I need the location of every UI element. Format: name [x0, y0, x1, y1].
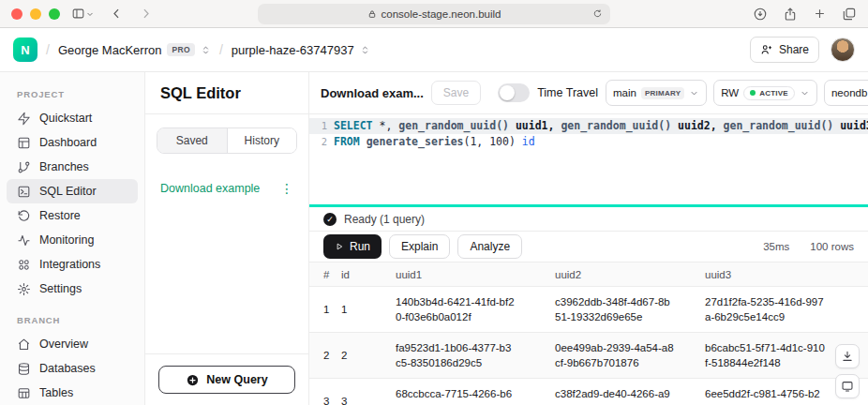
column-header: uuid2	[555, 262, 705, 287]
breadcrumb-user[interactable]: George MacKerron PRO	[58, 43, 211, 57]
expand-results-button[interactable]	[835, 374, 860, 398]
forward-button[interactable]	[139, 7, 153, 21]
avatar[interactable]	[831, 38, 855, 62]
saved-query-item[interactable]: Download example ⋮	[145, 176, 308, 201]
address-bar[interactable]: console-stage.neon.build	[258, 4, 610, 24]
sidebar-item-sql-editor[interactable]: SQL Editor	[7, 179, 138, 203]
zoom-window-button[interactable]	[49, 8, 60, 20]
sidebar-section-branch: BRANCH	[0, 315, 144, 325]
chevron-down-icon	[689, 88, 699, 98]
chevron-down-icon[interactable]	[85, 9, 95, 19]
sidebar-item-label: Restore	[39, 209, 81, 222]
sidebar-item-overview[interactable]: Overview	[7, 332, 138, 356]
sidebar-item-branches[interactable]: Branches	[7, 155, 138, 179]
user-name: George MacKerron	[58, 43, 162, 57]
cell-uuid1: 68ccbcca-7715-4266-b6c5-9f7a14ea6e5e	[396, 379, 555, 405]
table-row: 2 2 fa9523d1-1b06-4377-b3c5-8350186d29c5…	[309, 333, 868, 379]
sidebar-item-label: Branches	[39, 160, 89, 173]
compute-select[interactable]: RW ACTIVE	[713, 80, 817, 106]
kebab-menu-icon[interactable]: ⋮	[280, 182, 293, 195]
table-icon	[17, 386, 31, 400]
table-row: 3 3 68ccbcca-7715-4266-b6c5-9f7a14ea6e5e…	[309, 379, 868, 405]
chevron-down-icon	[800, 88, 810, 98]
run-button[interactable]: Run	[323, 234, 382, 259]
sidebar-item-monitoring[interactable]: Monitoring	[7, 228, 138, 252]
layout-icon	[17, 136, 31, 150]
breadcrumb-separator: /	[219, 42, 223, 57]
sidebar-item-integrations[interactable]: Integrations	[7, 252, 138, 277]
analyze-button[interactable]: Analyze	[457, 234, 522, 259]
browser-actions	[753, 7, 857, 22]
download-results-button[interactable]	[835, 344, 860, 368]
cell-uuid2: c3962ddb-348f-4d67-8b51-19332d69e65e	[555, 287, 705, 333]
sidebar-item-label: Monitoring	[39, 233, 94, 247]
project-name: purple-haze-63747937	[232, 43, 354, 57]
breadcrumb-project[interactable]: purple-haze-63747937	[232, 43, 370, 57]
query-title: Download exam...	[321, 86, 424, 100]
query-status-bar: ✓ Ready (1 query)	[309, 207, 868, 232]
run-label: Run	[350, 240, 370, 253]
logo-letter: N	[21, 43, 29, 57]
primary-badge: PRIMARY	[641, 87, 684, 99]
save-button[interactable]: Save	[431, 81, 481, 105]
minimize-window-button[interactable]	[30, 8, 41, 20]
query-toolbar: Download exam... Save Time Travel main P…	[309, 72, 868, 114]
downloads-icon[interactable]	[753, 7, 768, 22]
main-area: Download exam... Save Time Travel main P…	[309, 72, 868, 405]
new-query-label: New Query	[206, 373, 267, 386]
sidebar-item-restore[interactable]: Restore	[7, 203, 138, 228]
sidebar-item-label: Tables	[39, 386, 73, 399]
sidebar-toggle-icon[interactable]	[71, 7, 85, 21]
header-right: Share	[750, 37, 855, 63]
results-header-row: # id uuid1 uuid2 uuid3	[309, 262, 868, 287]
code-line: 2 FROM generate_series(1, 100) id	[309, 134, 868, 150]
back-button[interactable]	[110, 7, 124, 21]
sql-editor-textarea[interactable]: 1 SELECT *, gen_random_uuid() uuid1, gen…	[309, 114, 868, 204]
sidebar-item-settings[interactable]: Settings	[7, 277, 138, 301]
cell-uuid2: 0ee499ab-2939-4a54-a8cf-9b667b701876	[555, 333, 705, 379]
sidebar-item-tables[interactable]: Tables	[7, 381, 138, 405]
query-actions: Run Explain Analyze 35ms 100 rows	[309, 232, 868, 262]
new-query-button[interactable]: New Query	[158, 366, 295, 394]
sidebar-section-project: PROJECT	[0, 89, 144, 99]
sidebar-item-databases[interactable]: Databases	[7, 356, 138, 381]
screen-icon	[841, 380, 854, 393]
lock-icon	[367, 9, 377, 19]
reload-icon[interactable]	[592, 8, 603, 19]
app-header: N / George MacKerron PRO / purple-haze-6…	[0, 28, 868, 72]
cell-id: 1	[341, 287, 396, 333]
apps-icon	[17, 258, 31, 272]
share-button[interactable]: Share	[750, 37, 819, 63]
endpoint-name: RW	[721, 87, 739, 98]
tab-overview-icon[interactable]	[842, 7, 857, 22]
close-window-button[interactable]	[11, 8, 22, 20]
share-user-icon	[760, 43, 773, 56]
tab-history[interactable]: History	[228, 128, 297, 153]
cell-row-index: 2	[309, 333, 341, 379]
neon-logo[interactable]: N	[13, 38, 37, 62]
activity-icon	[17, 233, 31, 248]
saved-query-name[interactable]: Download example	[160, 182, 260, 195]
screen: console-stage.neon.build N / George MacK…	[0, 0, 868, 405]
share-icon[interactable]	[783, 7, 798, 22]
line-number: 1	[309, 118, 334, 134]
saved-history-tabs: Saved History	[157, 128, 297, 154]
tab-saved[interactable]: Saved	[157, 128, 228, 153]
play-icon	[335, 242, 344, 251]
column-header: uuid3	[705, 262, 868, 287]
new-tab-icon[interactable]	[813, 7, 827, 21]
branch-select[interactable]: main PRIMARY	[606, 80, 707, 106]
code-line: 1 SELECT *, gen_random_uuid() uuid1, gen…	[309, 118, 868, 134]
time-travel-toggle[interactable]	[498, 83, 530, 102]
page-title: SQL Editor	[145, 72, 308, 114]
sidebar-item-quickstart[interactable]: Quickstart	[7, 106, 138, 130]
home-icon	[17, 338, 31, 352]
plus-circle-icon	[186, 373, 200, 387]
sidebar-item-label: Settings	[39, 282, 82, 295]
plan-badge: PRO	[167, 43, 194, 56]
sidebar-item-dashboard[interactable]: Dashboard	[7, 130, 138, 155]
database-select[interactable]: neondb	[824, 80, 868, 106]
browser-chrome: console-stage.neon.build	[0, 0, 868, 28]
explain-button[interactable]: Explain	[389, 234, 450, 259]
database-icon	[17, 362, 31, 376]
